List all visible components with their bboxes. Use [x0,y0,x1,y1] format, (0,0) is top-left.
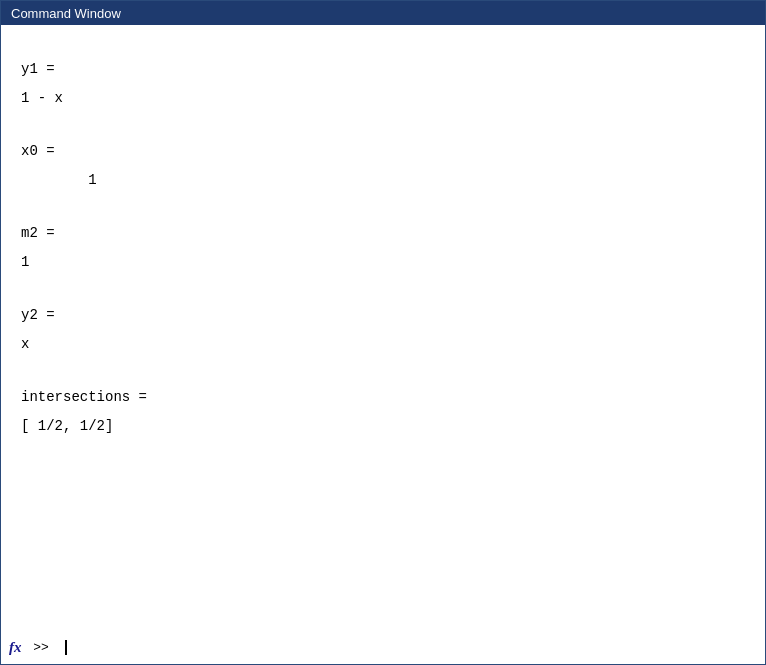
command-window: Command Window y1 = 1 - x x0 = 1 [0,0,766,665]
x0-value-block: 1 [21,170,745,191]
y1-block: y1 = [21,59,745,80]
x0-label: x0 = [21,141,745,162]
y2-block: y2 = [21,305,745,326]
y2-value: x [21,334,745,355]
prompt-icon: fx [9,639,22,656]
intersections-block: intersections = [21,387,745,408]
window-title: Command Window [11,6,121,21]
y1-value-block: 1 - x [21,88,745,109]
cursor-blink [65,640,67,655]
y2-value-block: x [21,334,745,355]
content-area[interactable]: y1 = 1 - x x0 = 1 m2 = 1 [1,25,765,664]
m2-value: 1 [21,252,745,273]
output-section: y1 = 1 - x x0 = 1 m2 = 1 [1,35,765,635]
x0-value: 1 [21,170,745,191]
prompt-space [53,640,61,655]
prompt-chevron: >> [26,640,49,655]
title-bar: Command Window [1,1,765,25]
m2-block: m2 = [21,223,745,244]
x0-block: x0 = [21,141,745,162]
prompt-area[interactable]: fx >> [1,635,765,664]
y1-value: 1 - x [21,88,745,109]
intersections-value-block: [ 1/2, 1/2] [21,416,745,437]
y2-label: y2 = [21,305,745,326]
m2-label: m2 = [21,223,745,244]
m2-value-block: 1 [21,252,745,273]
intersections-value: [ 1/2, 1/2] [21,416,745,437]
intersections-label: intersections = [21,387,745,408]
y1-label: y1 = [21,59,745,80]
